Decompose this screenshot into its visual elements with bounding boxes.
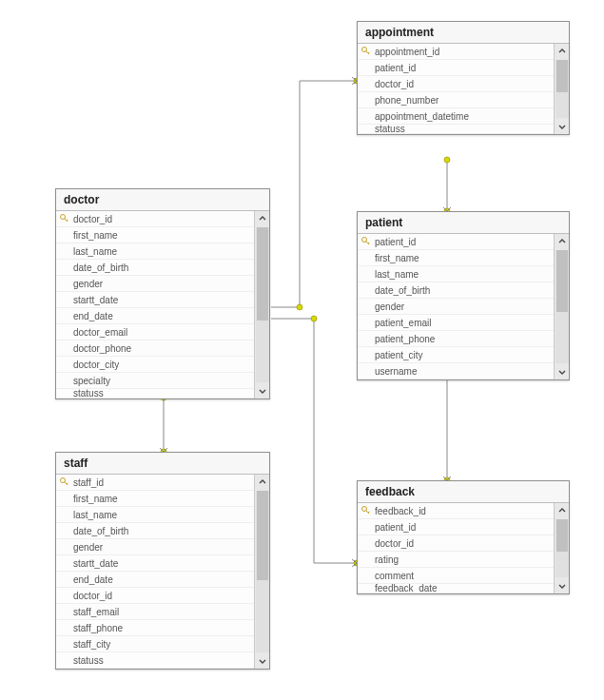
field-row[interactable]: feedback_date [358,584,554,593]
field-name: statuss [375,125,405,134]
field-name: doctor_id [73,214,112,224]
field-row[interactable]: first_name [56,491,254,507]
scroll-down-icon[interactable] [555,578,569,593]
field-row[interactable]: feedback_id [358,503,554,519]
scroll-up-icon[interactable] [256,475,269,490]
scrollbar[interactable] [554,44,569,134]
field-row[interactable]: date_of_birth [56,260,254,276]
scroll-track[interactable] [555,60,569,118]
scroll-down-icon[interactable] [256,653,269,669]
field-name: patient_id [375,63,416,73]
field-row[interactable]: date_of_birth [358,282,554,299]
scrollbar[interactable] [254,211,269,399]
field-row[interactable]: date_of_birth [56,523,254,539]
entity-title: staff [56,453,269,475]
field-row[interactable]: startt_date [56,555,254,572]
field-row[interactable]: rating [358,552,554,568]
scroll-down-icon[interactable] [555,364,569,379]
field-name: appointment_id [375,47,439,57]
entity-staff[interactable]: staff staff_id first_name last_name date… [55,452,270,670]
field-row[interactable]: doctor_id [358,535,554,552]
scrollbar[interactable] [554,234,569,379]
field-name: feedback_date [375,584,438,593]
field-row[interactable]: username [358,363,554,379]
field-name: startt_date [73,295,118,305]
field-row[interactable]: doctor_id [358,76,554,92]
field-row[interactable]: end_date [56,572,254,588]
field-row[interactable]: gender [56,276,254,292]
field-row[interactable]: statuss [358,125,554,134]
field-row[interactable]: patient_phone [358,331,554,347]
scroll-up-icon[interactable] [555,503,569,518]
field-row[interactable]: staff_email [56,604,254,620]
field-row[interactable]: last_name [358,266,554,282]
field-row[interactable]: statuss [56,389,254,399]
scroll-down-icon[interactable] [256,383,269,399]
field-name: phone_number [375,95,438,106]
field-row[interactable]: last_name [56,507,254,523]
scroll-up-icon[interactable] [256,211,269,226]
field-row[interactable]: doctor_phone [56,340,254,357]
field-row[interactable]: patient_city [358,347,554,363]
field-row[interactable]: doctor_city [56,357,254,373]
field-name: feedback_id [375,506,426,516]
field-row[interactable]: first_name [358,250,554,266]
field-name: doctor_id [73,591,112,601]
field-row[interactable]: first_name [56,227,254,243]
entity-feedback[interactable]: feedback feedback_id patient_id doctor_i… [357,480,570,594]
field-row[interactable]: doctor_email [56,324,254,340]
field-row[interactable]: comment [358,568,554,584]
field-name: staff_phone [73,623,123,633]
field-name: date_of_birth [73,262,128,273]
field-list-doctor: doctor_id first_name last_name date_of_b… [56,211,254,399]
field-row[interactable]: appointment_id [358,44,554,60]
field-row[interactable]: startt_date [56,292,254,308]
field-name: patient_city [375,350,423,360]
scrollbar[interactable] [254,475,269,669]
field-row[interactable]: staff_phone [56,620,254,636]
field-name: doctor_id [375,538,414,549]
key-icon [60,214,69,224]
field-row[interactable]: patient_id [358,519,554,535]
scroll-up-icon[interactable] [555,234,569,249]
field-row[interactable]: doctor_id [56,211,254,227]
field-name: gender [375,301,404,312]
field-row[interactable]: end_date [56,308,254,324]
field-name: appointment_datetime [375,111,469,122]
field-name: gender [73,542,103,553]
field-row[interactable]: gender [358,299,554,315]
scroll-track[interactable] [256,227,269,382]
field-row[interactable]: patient_id [358,234,554,250]
field-row[interactable]: patient_email [358,315,554,331]
field-list-staff: staff_id first_name last_name date_of_bi… [56,475,254,669]
scrollbar[interactable] [554,503,569,593]
entity-title: appointment [358,22,569,44]
field-name: doctor_phone [73,343,131,354]
field-row[interactable]: specialty [56,373,254,389]
scroll-down-icon[interactable] [555,119,569,134]
field-row[interactable]: patient_id [358,60,554,76]
field-row[interactable]: gender [56,539,254,555]
field-name: doctor_id [375,79,414,89]
scroll-track[interactable] [555,250,569,363]
entity-doctor[interactable]: doctor doctor_id first_name last_name da… [55,188,270,399]
field-name: doctor_city [73,360,119,370]
scroll-track[interactable] [256,491,269,652]
field-name: staff_id [73,477,104,488]
field-name: doctor_email [73,327,127,338]
field-name: startt_date [73,558,118,569]
field-row[interactable]: appointment_datetime [358,108,554,125]
field-row[interactable]: staff_id [56,475,254,491]
field-name: end_date [73,574,113,585]
field-row[interactable]: last_name [56,243,254,260]
field-row[interactable]: statuss [56,652,254,669]
key-icon [361,506,371,515]
scroll-up-icon[interactable] [555,44,569,59]
field-row[interactable]: doctor_id [56,588,254,604]
scroll-track[interactable] [555,519,569,577]
field-name: date_of_birth [375,285,430,296]
field-row[interactable]: phone_number [358,92,554,108]
entity-patient[interactable]: patient patient_id first_name last_name … [357,211,570,380]
entity-appointment[interactable]: appointment appointment_id patient_id do… [357,21,570,135]
field-row[interactable]: staff_city [56,636,254,652]
